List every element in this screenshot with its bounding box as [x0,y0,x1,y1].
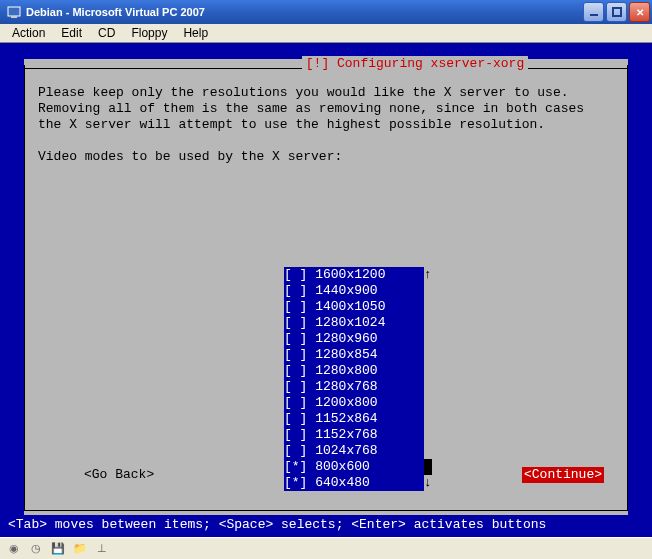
resolution-list[interactable]: [ ] 1600x1200[ ] 1440x900[ ] 1400x1050[ … [284,267,424,491]
resolution-item[interactable]: [ ] 1600x1200 [284,267,424,283]
scroll-up-icon[interactable]: ↑ [424,267,432,283]
svg-rect-3 [613,8,621,16]
resolution-label: 1440x900 [315,283,377,299]
resolution-label: 1200x800 [315,395,377,411]
resolution-item[interactable]: [ ] 1280x800 [284,363,424,379]
titlebar: Debian - Microsoft Virtual PC 2007 ✕ [0,0,652,24]
resolution-item[interactable]: [ ] 1280x768 [284,379,424,395]
resolution-item[interactable]: [ ] 1440x900 [284,283,424,299]
resolution-item[interactable]: [ ] 1280x960 [284,331,424,347]
resolution-label: 1280x768 [315,379,377,395]
vm-screen: [!] Configuring xserver-xorg Please keep… [0,43,652,537]
checkbox-mark[interactable]: [ ] [284,331,315,347]
checkbox-mark[interactable]: [ ] [284,411,315,427]
resolution-item[interactable]: [ ] 1280x854 [284,347,424,363]
dialog-prompt: Video modes to be used by the X server: [38,149,614,165]
net-icon[interactable]: ⊥ [94,541,110,557]
statusbar: ◉ ◷ 💾 📁 ⊥ [0,537,652,559]
checkbox-mark[interactable]: [ ] [284,283,315,299]
checkbox-mark[interactable]: [ ] [284,299,315,315]
menu-edit[interactable]: Edit [53,24,90,42]
menubar: Action Edit CD Floppy Help [0,24,652,43]
resolution-label: 1280x800 [315,363,377,379]
menu-cd[interactable]: CD [90,24,123,42]
resolution-label: 1600x1200 [315,267,385,283]
save-icon[interactable]: 💾 [50,541,66,557]
resolution-item[interactable]: [ ] 1400x1050 [284,299,424,315]
resolution-label: 1400x1050 [315,299,385,315]
disc-icon[interactable]: ◉ [6,541,22,557]
resolution-item[interactable]: [ ] 1152x768 [284,427,424,443]
resolution-label: 1152x864 [315,411,377,427]
resolution-label: 1152x768 [315,427,377,443]
checkbox-mark[interactable]: [ ] [284,363,315,379]
svg-rect-0 [8,7,20,16]
resolution-label: 1280x1024 [315,315,385,331]
folder-icon[interactable]: 📁 [72,541,88,557]
go-back-button[interactable]: <Go Back> [84,467,154,483]
config-dialog: [!] Configuring xserver-xorg Please keep… [24,59,628,515]
menu-floppy[interactable]: Floppy [123,24,175,42]
resolution-item[interactable]: [ ] 1152x864 [284,411,424,427]
dialog-paragraph: Please keep only the resolutions you wou… [38,85,614,133]
menu-action[interactable]: Action [4,24,53,42]
app-icon [6,4,22,20]
checkbox-mark[interactable]: [ ] [284,267,315,283]
checkbox-mark[interactable]: [ ] [284,315,315,331]
minimize-button[interactable] [583,2,604,22]
checkbox-mark[interactable]: [ ] [284,347,315,363]
resolution-label: 1280x960 [315,331,377,347]
resolution-item[interactable]: [ ] 1200x800 [284,395,424,411]
help-line: <Tab> moves between items; <Space> selec… [8,517,546,533]
svg-rect-2 [590,14,598,16]
continue-button[interactable]: <Continue> [522,467,604,483]
checkbox-mark[interactable]: [ ] [284,427,315,443]
svg-rect-1 [11,16,17,18]
resolution-item[interactable]: [ ] 1024x768 [284,443,424,459]
checkbox-mark[interactable]: [ ] [284,379,315,395]
dialog-title: [!] Configuring xserver-xorg [302,56,528,72]
clock-icon[interactable]: ◷ [28,541,44,557]
resolution-item[interactable]: [ ] 1280x1024 [284,315,424,331]
checkbox-mark[interactable]: [ ] [284,443,315,459]
window-title: Debian - Microsoft Virtual PC 2007 [26,6,205,18]
maximize-button[interactable] [606,2,627,22]
close-button[interactable]: ✕ [629,2,650,22]
resolution-label: 1024x768 [315,443,377,459]
resolution-label: 1280x854 [315,347,377,363]
menu-help[interactable]: Help [175,24,216,42]
checkbox-mark[interactable]: [ ] [284,395,315,411]
